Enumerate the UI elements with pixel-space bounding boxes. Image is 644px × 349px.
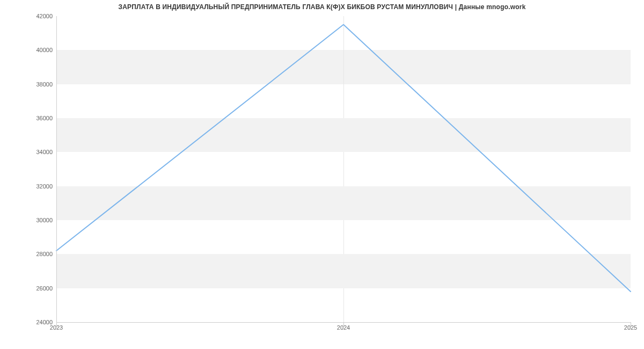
y-tick-label: 42000 xyxy=(20,13,53,19)
y-tick-label: 38000 xyxy=(20,81,53,88)
y-tick-label: 30000 xyxy=(20,217,53,223)
chart-container: ЗАРПЛАТА В ИНДИВИДУАЛЬНЫЙ ПРЕДПРИНИМАТЕЛ… xyxy=(0,0,644,349)
y-tick-label: 28000 xyxy=(20,251,53,257)
y-tick-label: 26000 xyxy=(20,285,53,292)
chart-title: ЗАРПЛАТА В ИНДИВИДУАЛЬНЫЙ ПРЕДПРИНИМАТЕЛ… xyxy=(0,3,644,11)
y-tick-label: 36000 xyxy=(20,115,53,121)
x-tick-label: 2023 xyxy=(50,324,63,331)
plot-area xyxy=(56,16,631,322)
line-layer xyxy=(56,16,631,322)
y-tick-label: 34000 xyxy=(20,149,53,155)
x-tick-label: 2024 xyxy=(337,324,350,331)
y-tick-label: 40000 xyxy=(20,47,53,53)
y-axis-line xyxy=(56,16,57,322)
x-tick-label: 2025 xyxy=(624,324,637,331)
series-line xyxy=(56,25,631,292)
y-tick-label: 32000 xyxy=(20,183,53,190)
y-tick-label: 24000 xyxy=(20,319,53,325)
